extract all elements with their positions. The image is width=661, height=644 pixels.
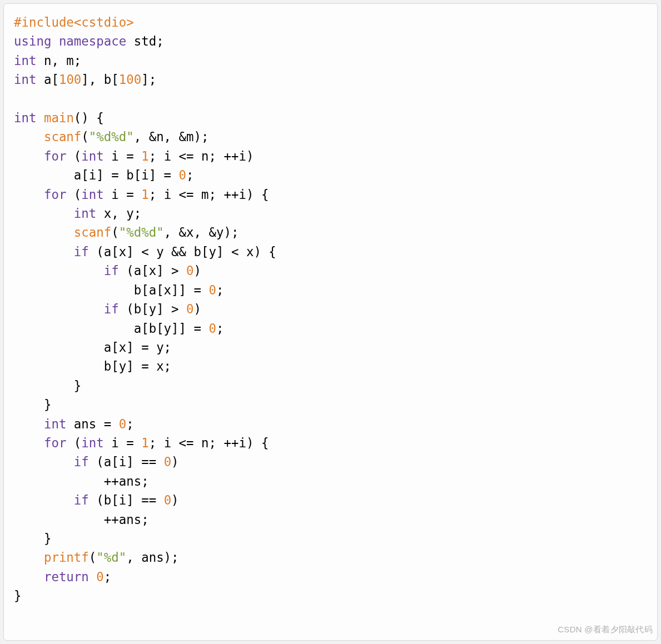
code-token: if xyxy=(74,455,89,469)
code-token xyxy=(14,206,74,221)
code-token: i = xyxy=(104,436,141,450)
code-token: 0 xyxy=(179,168,186,182)
code-token xyxy=(14,225,74,239)
code-token: ) xyxy=(171,493,178,507)
code-token: ( xyxy=(111,225,118,239)
code-line: for (int i = 1; i <= m; ++i) { xyxy=(14,185,647,204)
code-line: if (a[i] == 0) xyxy=(14,452,647,471)
code-token: using xyxy=(14,34,51,48)
code-token: i = xyxy=(104,187,141,202)
code-token: n, m; xyxy=(36,53,81,68)
code-token xyxy=(14,493,74,507)
code-token xyxy=(14,550,44,565)
code-token: 1 xyxy=(141,436,148,450)
code-token: a[b[y]] = xyxy=(14,321,209,336)
code-token xyxy=(14,187,44,202)
code-token: ) xyxy=(194,302,201,316)
code-token xyxy=(14,436,44,450)
code-token: std; xyxy=(126,34,163,48)
code-line: b[y] = x; xyxy=(14,357,647,376)
code-token: } xyxy=(14,588,21,603)
code-token: i = xyxy=(104,149,141,163)
code-token: ; i <= n; ++i) { xyxy=(149,436,269,450)
code-line: ++ans; xyxy=(14,472,647,491)
code-line: } xyxy=(14,529,647,548)
code-token: } xyxy=(14,397,51,412)
code-token: 1 xyxy=(141,187,148,202)
code-token: } xyxy=(14,378,81,393)
code-token: ; i <= m; ++i) { xyxy=(149,187,269,202)
code-token: ans = xyxy=(66,417,118,431)
code-token xyxy=(14,455,74,469)
code-line: scanf("%d%d", &x, &y); xyxy=(14,223,647,242)
code-line: } xyxy=(14,376,647,395)
code-token: int xyxy=(81,187,103,202)
code-token: ++ans; xyxy=(14,474,149,488)
code-token: ; xyxy=(126,417,133,431)
code-token: a[i] = b[i] = xyxy=(14,168,179,182)
code-token: ; i <= n; ++i) xyxy=(149,149,254,163)
code-token: b[a[x]] = xyxy=(14,283,209,297)
code-token: ], b[ xyxy=(81,72,118,87)
code-token: main xyxy=(44,111,74,125)
code-token: for xyxy=(44,436,66,450)
code-line: int x, y; xyxy=(14,204,647,223)
code-token: (b[i] == xyxy=(89,493,164,507)
code-token xyxy=(14,302,104,316)
code-token: (a[x] < y && b[y] < x) { xyxy=(89,244,276,259)
code-token: (b[y] > xyxy=(119,302,186,316)
code-token xyxy=(14,129,44,144)
code-token: ) xyxy=(171,455,178,469)
code-token: 0 xyxy=(164,493,171,507)
code-line: for (int i = 1; i <= n; ++i) { xyxy=(14,433,647,452)
code-token xyxy=(51,34,58,48)
code-token: x, y; xyxy=(96,206,141,221)
code-token: ++ans; xyxy=(14,512,149,527)
code-line: #include<cstdio> xyxy=(14,13,647,32)
code-token xyxy=(14,417,44,431)
code-line: } xyxy=(14,395,647,414)
code-line: printf("%d", ans); xyxy=(14,548,647,567)
code-token: scanf xyxy=(44,129,81,144)
code-token: scanf xyxy=(74,225,111,239)
code-line: a[x] = y; xyxy=(14,338,647,357)
code-token: ) xyxy=(194,263,201,278)
code-block: #include<cstdio>using namespace std;int … xyxy=(3,3,658,641)
code-token xyxy=(14,263,104,278)
code-token: int xyxy=(81,149,103,163)
code-token: if xyxy=(104,302,119,316)
code-token: int xyxy=(74,206,96,221)
code-token: a[x] = y; xyxy=(14,340,171,355)
code-line: using namespace std; xyxy=(14,32,647,51)
code-token: ( xyxy=(89,550,96,565)
code-line: for (int i = 1; i <= n; ++i) xyxy=(14,147,647,166)
code-token: if xyxy=(74,493,89,507)
code-token: "%d%d" xyxy=(89,129,134,144)
code-token: 0 xyxy=(209,321,216,336)
code-token: ; xyxy=(186,168,193,182)
code-line xyxy=(14,89,647,108)
code-lines-container: #include<cstdio>using namespace std;int … xyxy=(14,13,647,606)
code-line: ++ans; xyxy=(14,510,647,529)
code-token: () { xyxy=(74,111,104,125)
code-line: int a[100], b[100]; xyxy=(14,70,647,89)
code-token: 100 xyxy=(119,72,141,87)
code-token xyxy=(14,570,44,584)
code-token: ( xyxy=(66,149,81,163)
code-token: ( xyxy=(66,436,81,450)
code-token: ; xyxy=(104,570,111,584)
code-line: return 0; xyxy=(14,567,647,586)
code-token xyxy=(89,570,96,584)
code-token: ]; xyxy=(141,72,156,87)
code-token: int xyxy=(81,436,103,450)
code-token: 0 xyxy=(96,570,103,584)
code-token: int xyxy=(14,111,36,125)
code-token xyxy=(14,244,74,259)
code-token: ( xyxy=(66,187,81,202)
code-line: if (b[y] > 0) xyxy=(14,299,647,318)
code-line: int ans = 0; xyxy=(14,415,647,433)
code-line: } xyxy=(14,586,647,605)
code-token: , &n, &m); xyxy=(134,129,209,144)
code-token: 0 xyxy=(164,455,171,469)
code-token: int xyxy=(14,53,36,68)
